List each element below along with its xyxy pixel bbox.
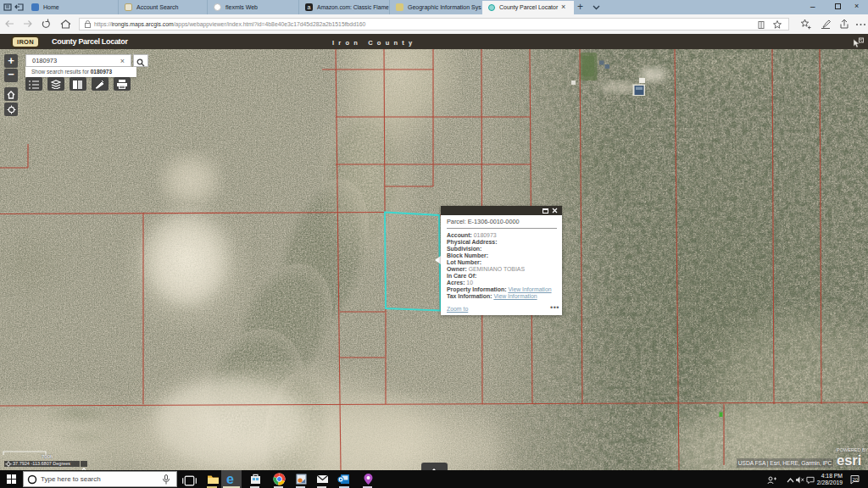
svg-text:20: 20 bbox=[853, 477, 859, 482]
svg-text:700ft: 700ft bbox=[42, 454, 53, 459]
